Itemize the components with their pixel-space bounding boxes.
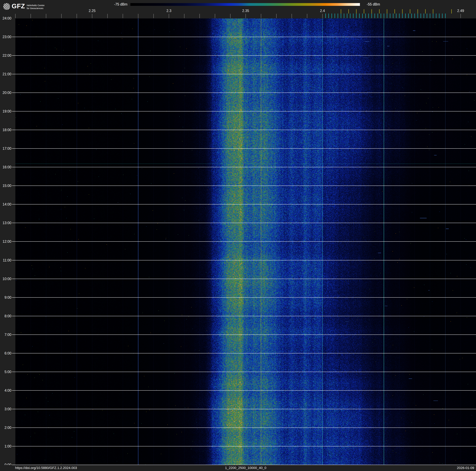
ble-channel-tick xyxy=(338,14,338,18)
freq-minor-tick xyxy=(46,14,46,18)
ble-channel-tick xyxy=(344,14,344,18)
ble-channel-tick xyxy=(408,14,409,18)
hour-gridline-3:00 xyxy=(12,409,476,409)
hour-gridline-17:00 xyxy=(12,148,476,149)
wifi-channel-tick xyxy=(410,9,410,14)
time-label-15:00: 15:00 xyxy=(0,184,11,188)
logo-subtitle-line1: Helmholtz Centre xyxy=(27,4,45,7)
gfz-logo-icon xyxy=(3,3,10,11)
freq-minor-tick xyxy=(107,14,108,18)
ble-channel-tick xyxy=(424,14,424,18)
time-label-12:00: 12:00 xyxy=(0,239,11,243)
time-label-10:00: 10:00 xyxy=(0,277,11,281)
ble-channel-tick xyxy=(381,14,381,18)
wifi-channel-tick xyxy=(341,9,341,14)
wifi-channel-tick xyxy=(372,9,372,14)
freq-label-2.35: 2.35 xyxy=(238,9,253,13)
wifi-channel-tick xyxy=(425,9,426,14)
colorbar-min-label: -75 dBm xyxy=(107,2,127,6)
freq-minor-tick xyxy=(123,14,123,18)
ble-channel-tick xyxy=(359,14,360,18)
freq-label-2.3: 2.3 xyxy=(161,9,177,13)
freq-minor-tick xyxy=(138,14,138,18)
ble-channel-tick xyxy=(411,14,412,18)
time-label-16:00: 16:00 xyxy=(0,165,11,169)
ble-channel-tick xyxy=(433,14,433,18)
time-label-13:00: 13:00 xyxy=(0,221,11,225)
hour-gridline-23:00 xyxy=(12,37,476,37)
freq-label-2.25: 2.25 xyxy=(85,9,100,13)
freq-minor-tick xyxy=(31,14,31,18)
ble-channel-tick xyxy=(439,14,440,18)
ble-channel-tick xyxy=(350,14,350,18)
hour-gridline-14:00 xyxy=(12,204,476,204)
ble-channel-tick xyxy=(347,14,347,18)
colorbar-gradient xyxy=(130,3,360,6)
wifi-channel-tick xyxy=(418,9,418,14)
time-label-5:00: 5:00 xyxy=(0,370,11,374)
ble-channel-tick xyxy=(356,14,357,18)
hour-gridline-1:00 xyxy=(12,446,476,446)
ble-channel-tick xyxy=(430,14,430,18)
ble-channel-tick xyxy=(427,14,427,18)
ble-channel-tick xyxy=(374,14,375,18)
hour-gridline-5:00 xyxy=(12,372,476,372)
freq-minor-tick xyxy=(276,14,276,18)
dataset-id-text: 1_2200_2500_10000_40_0 xyxy=(15,466,476,470)
ble-channel-tick xyxy=(332,14,332,18)
hour-gridline-22:00 xyxy=(12,55,476,56)
ble-channel-tick xyxy=(390,14,390,18)
ble-channel-tick xyxy=(353,14,354,18)
hour-gridline-11:00 xyxy=(12,260,476,260)
spectrogram-canvas xyxy=(15,18,476,465)
logo-acronym: GFZ xyxy=(12,2,25,10)
hour-gridline-13:00 xyxy=(12,223,476,223)
ble-channel-tick xyxy=(414,14,415,18)
hour-gridline-18:00 xyxy=(12,130,476,130)
freq-minor-tick xyxy=(261,14,261,18)
time-label-3:00: 3:00 xyxy=(0,407,11,411)
time-label-21:00: 21:00 xyxy=(0,72,11,76)
freq-minor-tick xyxy=(307,14,307,18)
time-label-23:00: 23:00 xyxy=(0,35,11,39)
freq-minor-tick xyxy=(153,14,154,18)
hour-gridline-12:00 xyxy=(12,241,476,242)
wifi-channel-tick xyxy=(387,9,387,14)
freq-minor-tick xyxy=(292,14,292,18)
wifi-channel-tick xyxy=(364,9,364,14)
hour-gridline-4:00 xyxy=(12,390,476,391)
freq-minor-tick xyxy=(200,14,200,18)
wifi-channel-tick xyxy=(394,9,395,14)
date-text: 2026-01-09 xyxy=(457,466,474,470)
ble-channel-tick xyxy=(378,14,378,18)
time-label-18:00: 18:00 xyxy=(0,128,11,132)
ble-channel-tick xyxy=(396,14,396,18)
ble-channel-tick xyxy=(325,14,326,18)
wifi-channel-tick xyxy=(348,9,349,14)
freq-minor-tick xyxy=(77,14,77,18)
ble-channel-tick xyxy=(384,14,384,18)
freq-label-2.4: 2.4 xyxy=(315,9,330,13)
time-label-11:00: 11:00 xyxy=(0,258,11,262)
hour-gridline-6:00 xyxy=(12,353,476,353)
time-label-17:00: 17:00 xyxy=(0,146,11,150)
freq-minor-tick xyxy=(322,14,323,18)
freq-minor-tick xyxy=(246,14,246,18)
wifi-channel-tick xyxy=(379,9,380,14)
time-label-9:00: 9:00 xyxy=(0,295,11,299)
time-label-22:00: 22:00 xyxy=(0,54,11,57)
time-label-2:00: 2:00 xyxy=(0,426,11,430)
hour-gridline-19:00 xyxy=(12,111,476,111)
ble-channel-tick xyxy=(387,14,387,18)
freq-minor-tick xyxy=(61,14,62,18)
time-label-20:00: 20:00 xyxy=(0,91,11,95)
wifi-channel-tick xyxy=(402,9,403,14)
freq-minor-tick xyxy=(169,14,169,18)
colorbar-max-label: -55 dBm xyxy=(367,2,380,6)
freq-minor-tick xyxy=(15,14,16,18)
ble-channel-tick xyxy=(445,14,446,18)
hour-gridline-20:00 xyxy=(12,92,476,93)
hour-gridline-15:00 xyxy=(12,185,476,186)
freq-minor-tick xyxy=(230,14,230,18)
wifi-channel-tick xyxy=(433,9,433,14)
